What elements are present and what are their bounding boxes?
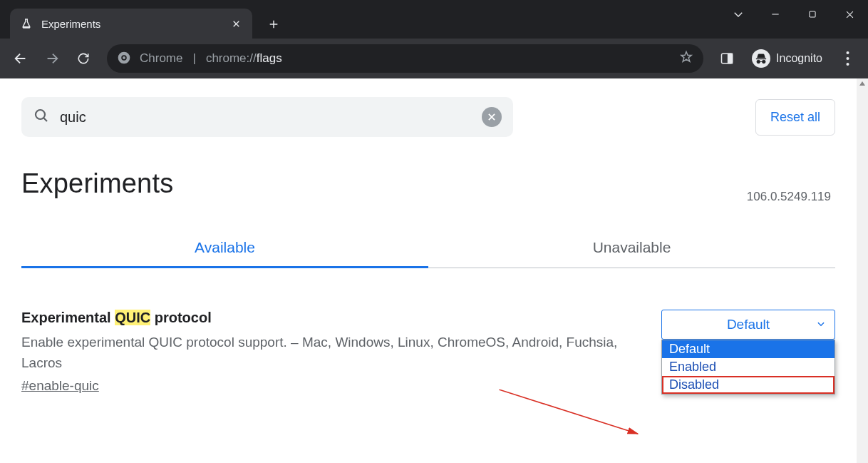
new-tab-button[interactable] [262,13,285,36]
title-bar: Experiments [0,0,868,39]
flags-search-box[interactable] [21,97,513,137]
option-default[interactable]: Default [662,340,835,358]
svg-point-7 [846,57,849,60]
svg-point-8 [846,63,849,66]
tab-search-chevron-icon[interactable] [720,0,757,29]
browser-tab[interactable]: Experiments [10,9,252,39]
svg-rect-5 [728,54,733,63]
svg-rect-0 [810,11,815,17]
close-tab-icon[interactable] [229,17,242,30]
annotation-arrow [499,390,656,447]
forward-button[interactable] [38,45,66,72]
side-panel-icon[interactable] [713,45,740,72]
close-window-button[interactable] [831,0,868,29]
option-enabled[interactable]: Enabled [662,358,835,376]
svg-point-3 [123,56,125,59]
chrome-icon [117,51,133,66]
tab-unavailable[interactable]: Unavailable [428,230,835,268]
omnibox-path-dim: chrome:// [206,51,257,65]
window-controls [720,0,868,29]
flag-title-post: protocol [150,310,212,325]
flag-title-highlight: QUIC [115,310,150,325]
flag-select-dropdown: Default Enabled Disabled [661,340,835,395]
svg-point-9 [36,110,45,119]
reset-all-button[interactable]: Reset all [755,99,835,136]
bookmark-star-icon[interactable] [679,50,693,67]
flag-anchor-link[interactable]: #enable-quic [21,378,99,394]
address-bar[interactable]: Chrome | chrome://flags [107,44,703,73]
reload-button[interactable] [70,45,97,72]
omnibox-label: Chrome [140,51,182,66]
minimize-button[interactable] [757,0,794,29]
back-button[interactable] [7,45,34,72]
browser-menu-icon[interactable] [834,45,861,72]
option-disabled[interactable]: Disabled [662,376,835,394]
tab-available[interactable]: Available [21,230,428,268]
flags-tabs: Available Unavailable [21,230,835,268]
browser-toolbar: Chrome | chrome://flags Incognito [0,39,868,78]
flag-title-pre: Experimental [21,310,115,325]
flask-icon [20,17,33,30]
search-icon [33,107,50,127]
maximize-button[interactable] [794,0,831,29]
omnibox-separator: | [190,51,198,66]
page-title: Experiments [21,168,835,199]
scrollbar-up-icon[interactable] [858,78,867,88]
incognito-label: Incognito [776,52,822,65]
flag-select-value: Default [727,317,770,332]
incognito-badge[interactable]: Incognito [745,46,830,71]
flag-select[interactable]: Default [661,310,835,340]
svg-point-6 [846,51,849,54]
flag-description: Enable experimental QUIC protocol suppor… [21,332,644,374]
flag-row-enable-quic: Experimental QUIC protocol Enable experi… [21,310,835,394]
flags-search-input[interactable] [60,109,472,126]
chevron-down-icon [816,317,826,332]
clear-search-icon[interactable] [482,107,502,127]
chrome-version: 106.0.5249.119 [747,190,831,204]
svg-line-10 [499,390,638,434]
flag-title: Experimental QUIC protocol [21,310,644,326]
incognito-icon [752,49,770,68]
content-area: Reset all Experiments 106.0.5249.119 Ava… [0,78,868,463]
tab-title: Experiments [41,18,221,30]
omnibox-path-bold: flags [257,51,282,65]
